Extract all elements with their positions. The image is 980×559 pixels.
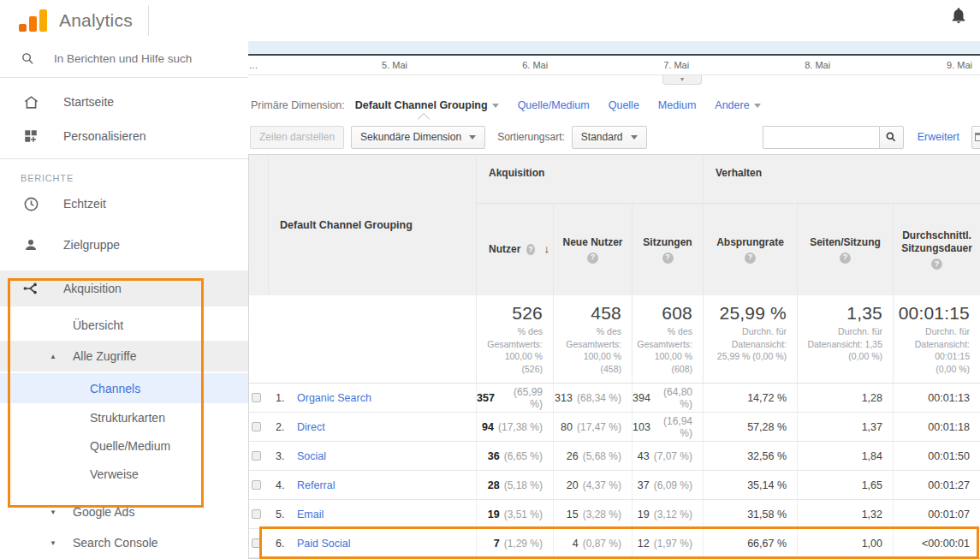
dimension-medium-link[interactable]: Medium xyxy=(658,99,696,111)
channel-link[interactable]: Email xyxy=(297,508,324,520)
table-row: 5.Email 19(3,51 %) 15(3,28 %) 19(3,12 %)… xyxy=(249,500,980,529)
sort-type-button[interactable]: Standard xyxy=(572,126,647,149)
chevron-down-icon: ▼ xyxy=(50,508,56,516)
summary-bounce-rate: 25,99 % Durchn. für Datenansicht: 25,99 … xyxy=(703,295,797,383)
home-icon xyxy=(21,94,41,110)
dimension-default-channel-grouping[interactable]: Default Channel Grouping xyxy=(355,99,499,111)
row-checkbox[interactable] xyxy=(252,538,261,548)
sidebar-item-search-console[interactable]: ▼ Search Console xyxy=(0,527,248,558)
date-label: … xyxy=(249,60,258,70)
table-toolbar: Zeilen darstellen Sekundäre Dimension So… xyxy=(248,120,980,154)
help-icon[interactable] xyxy=(526,244,534,255)
channels-table: Default Channel Grouping Akquisition Ver… xyxy=(248,154,980,559)
table-row: 2.Direct 94(17,38 %) 80(17,47 %) 103(16,… xyxy=(249,413,980,442)
help-icon[interactable] xyxy=(931,259,942,270)
top-bar: Analytics xyxy=(0,0,980,40)
help-icon[interactable] xyxy=(840,253,851,264)
chevron-down-icon xyxy=(469,135,476,140)
sort-type-label: Sortierungsart: xyxy=(497,131,565,143)
divider xyxy=(0,158,248,159)
dimension-source-medium-link[interactable]: Quelle/Medium xyxy=(518,99,590,111)
table-row: 4.Referral 28(5,18 %) 20(4,37 %) 37(6,09… xyxy=(249,471,980,500)
column-header-sessions[interactable]: Sitzungen xyxy=(632,204,703,295)
chevron-down-icon: ▼ xyxy=(50,539,56,547)
table-summary-row: 526 % des Gesamtwerts: 100,00 % (526) 45… xyxy=(249,295,980,384)
chevron-down-icon xyxy=(754,104,761,108)
summary-avg-duration: 00:01:15 Durchn. für Datenansicht: 00:01… xyxy=(893,295,980,383)
search-icon xyxy=(885,131,897,143)
date-label: 7. Mai xyxy=(663,60,689,70)
column-header-new-users[interactable]: Neue Nutzer xyxy=(553,204,632,295)
sidebar-item-acquisition[interactable]: Akquisition xyxy=(0,271,248,306)
sidebar-search[interactable] xyxy=(0,40,248,78)
timeline-date-labels: … 5. Mai 6. Mai 7. Mai 8. Mai 9. Mai xyxy=(248,56,980,75)
date-label: 5. Mai xyxy=(382,60,407,70)
advanced-filter-link[interactable]: Erweitert xyxy=(918,131,959,143)
column-header-pages-per-session[interactable]: Seiten/Sitzung xyxy=(797,204,893,295)
column-header-bounce-rate[interactable]: Absprungrate xyxy=(703,204,797,295)
chevron-down-icon xyxy=(492,104,499,108)
table-search-input[interactable] xyxy=(763,126,879,149)
search-icon xyxy=(21,51,35,66)
summary-users: 526 % des Gesamtwerts: 100,00 % (526) xyxy=(476,295,553,383)
sort-descending-icon: ↓ xyxy=(544,242,550,256)
sidebar-item-google-ads[interactable]: ▼ Google Ads xyxy=(0,497,248,527)
sidebar-item-realtime[interactable]: Echtzeit xyxy=(0,187,248,221)
group-header-behavior: Verhalten xyxy=(703,155,980,204)
select-all-cell xyxy=(249,155,268,295)
timeline-collapse-handle[interactable] xyxy=(662,75,702,85)
date-label: 8. Mai xyxy=(805,60,830,70)
row-checkbox[interactable] xyxy=(252,422,261,431)
acquisition-icon xyxy=(21,280,41,297)
person-icon xyxy=(21,237,41,253)
divider xyxy=(148,5,149,36)
channel-link[interactable]: Organic Search xyxy=(297,392,371,404)
row-checkbox[interactable] xyxy=(252,509,261,519)
help-icon[interactable] xyxy=(662,253,674,264)
sidebar-item-source-medium[interactable]: Quelle/Medium xyxy=(0,431,248,460)
row-checkbox[interactable] xyxy=(252,393,261,402)
notifications-bell-icon[interactable] xyxy=(949,5,968,26)
channel-link[interactable]: Referral xyxy=(297,479,335,491)
reports-section-label: BERICHTE xyxy=(0,164,248,187)
help-icon[interactable] xyxy=(745,253,756,264)
dimension-source-link[interactable]: Quelle xyxy=(609,99,639,111)
sidebar-item-channels[interactable]: Channels xyxy=(0,373,248,403)
chevron-down-icon xyxy=(631,135,638,140)
dimension-other-link[interactable]: Andere xyxy=(715,99,760,111)
sidebar-item-customize[interactable]: Personalisieren xyxy=(0,119,248,153)
sidebar-item-treemaps[interactable]: Strukturkarten xyxy=(0,403,248,431)
analytics-logo-icon[interactable] xyxy=(19,9,47,32)
date-label: 6. Mai xyxy=(522,60,548,70)
primary-dimension-bar: Primäre Dimension: Default Channel Group… xyxy=(248,90,980,120)
analytics-app: Analytics Startseite Personalisieren B xyxy=(0,0,980,559)
help-icon[interactable] xyxy=(587,253,598,264)
sidebar-item-overview[interactable]: Übersicht xyxy=(0,310,248,341)
sidebar-item-all-traffic[interactable]: ▲ Alle Zugriffe xyxy=(0,341,248,372)
column-header-users[interactable]: Nutzer ↓ xyxy=(476,204,553,295)
sidebar-item-referrals[interactable]: Verweise xyxy=(0,460,248,488)
main-content: … 5. Mai 6. Mai 7. Mai 8. Mai 9. Mai Pri… xyxy=(248,40,980,559)
sidebar-item-audience[interactable]: Zielgruppe xyxy=(0,228,248,262)
channel-link[interactable]: Direct xyxy=(297,421,325,433)
table-icon xyxy=(975,133,980,141)
chevron-up-icon: ▲ xyxy=(50,353,56,360)
channel-link[interactable]: Social xyxy=(297,450,326,462)
date-label: 9. Mai xyxy=(947,60,972,70)
clock-icon xyxy=(21,196,41,212)
app-title: Analytics xyxy=(59,10,133,31)
table-search-button[interactable] xyxy=(879,126,904,149)
summary-sessions: 608 % des Gesamtwerts: 100,00 % (608) xyxy=(632,295,703,383)
column-header-channel-grouping[interactable]: Default Channel Grouping xyxy=(268,155,476,295)
sidebar-item-home[interactable]: Startseite xyxy=(0,85,248,119)
row-checkbox[interactable] xyxy=(252,451,261,461)
group-header-acquisition: Akquisition xyxy=(476,155,703,204)
secondary-dimension-button[interactable]: Sekundäre Dimension xyxy=(351,126,485,149)
table-view-button[interactable] xyxy=(971,126,980,149)
column-header-avg-session-duration[interactable]: Durchschnittl. Sitzungsdauer xyxy=(893,204,980,295)
sidebar-search-input[interactable] xyxy=(54,52,217,65)
primary-dimension-label: Primäre Dimension: xyxy=(251,99,345,111)
channel-link[interactable]: Paid Social xyxy=(297,538,351,550)
plot-rows-button[interactable]: Zeilen darstellen xyxy=(250,126,344,149)
row-checkbox[interactable] xyxy=(252,480,261,490)
